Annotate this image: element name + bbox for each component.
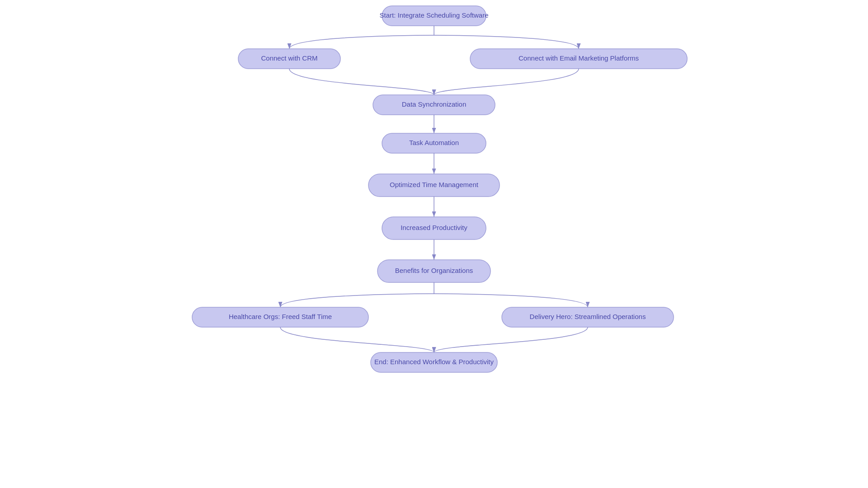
time-node-label: Optimized Time Management [390, 181, 479, 188]
arrow-to-healthcare [280, 294, 434, 307]
arrow-healthcare-end [280, 327, 434, 352]
start-node-label: Start: Integrate Scheduling Software [380, 11, 489, 19]
benefits-node-label: Benefits for Organizations [395, 267, 473, 274]
arrow-email-sync [434, 69, 579, 95]
delivery-node-label: Delivery Hero: Streamlined Operations [530, 313, 646, 320]
sync-node-label: Data Synchronization [402, 100, 467, 108]
arrow-to-delivery [434, 294, 588, 307]
diagram-container: Start: Integrate Scheduling Software Con… [0, 0, 868, 488]
task-node-label: Task Automation [409, 139, 459, 146]
productivity-node-label: Increased Productivity [401, 224, 467, 231]
email-node-label: Connect with Email Marketing Platforms [519, 54, 639, 62]
arrow-to-crm [289, 35, 434, 49]
arrow-crm-sync [289, 69, 434, 95]
arrow-delivery-end [434, 327, 588, 352]
healthcare-node-label: Healthcare Orgs: Freed Staff Time [229, 313, 332, 320]
end-node-label: End: Enhanced Workflow & Productivity [374, 358, 494, 366]
arrow-to-email [434, 35, 579, 49]
crm-node-label: Connect with CRM [261, 54, 317, 62]
